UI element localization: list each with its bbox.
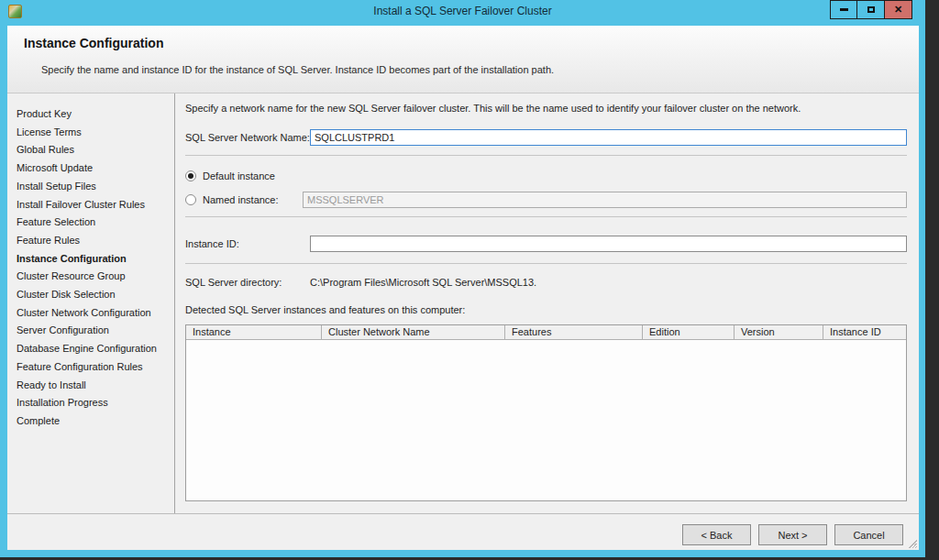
sidebar-item-installation-progress[interactable]: Installation Progress — [7, 394, 174, 412]
named-instance-option: Named instance: — [185, 192, 907, 208]
close-icon: ✕ — [894, 4, 902, 16]
maximize-button[interactable] — [857, 0, 885, 19]
resize-grip[interactable] — [908, 539, 917, 548]
detected-instances-table: Instance Cluster Network Name Features E… — [185, 324, 907, 501]
table-header-row: Instance Cluster Network Name Features E… — [186, 325, 906, 340]
content-pane: Specify a network name for the new SQL S… — [176, 93, 919, 513]
sidebar-item-install-failover-cluster-rules[interactable]: Install Failover Cluster Rules — [7, 196, 174, 214]
page-header: Instance Configuration Specify the name … — [7, 26, 919, 93]
column-header-cluster-network-name[interactable]: Cluster Network Name — [322, 325, 505, 339]
titlebar: Install a SQL Server Failover Cluster ✕ — [0, 0, 925, 26]
installer-window: Install a SQL Server Failover Cluster ✕ … — [0, 0, 925, 557]
sidebar-item-complete[interactable]: Complete — [7, 412, 174, 431]
sidebar-item-feature-configuration-rules[interactable]: Feature Configuration Rules — [7, 358, 174, 377]
steps-sidebar: Product Key License Terms Global Rules M… — [7, 93, 175, 513]
sidebar-item-feature-selection[interactable]: Feature Selection — [7, 214, 174, 232]
desktop: { "window": { "title": "Install a SQL Se… — [0, 0, 939, 560]
sidebar-item-microsoft-update[interactable]: Microsoft Update — [7, 159, 174, 178]
sidebar-item-install-setup-files[interactable]: Install Setup Files — [7, 178, 174, 196]
window-title: Install a SQL Server Failover Cluster — [0, 5, 925, 17]
instance-id-input[interactable] — [310, 236, 907, 252]
separator — [185, 216, 907, 217]
default-instance-label: Default instance — [203, 170, 275, 181]
main-area: Product Key License Terms Global Rules M… — [7, 93, 919, 513]
network-name-row: SQL Server Network Name: — [185, 129, 907, 146]
sidebar-item-license-terms[interactable]: License Terms — [7, 124, 174, 142]
back-button[interactable]: < Back — [682, 524, 751, 545]
default-instance-radio[interactable] — [185, 170, 196, 181]
minimize-button[interactable] — [830, 0, 857, 19]
instance-id-label: Instance ID: — [185, 238, 310, 249]
column-header-instance-id[interactable]: Instance ID — [823, 325, 906, 339]
maximize-icon — [867, 6, 875, 13]
close-button[interactable]: ✕ — [885, 0, 912, 19]
sidebar-item-database-engine-configuration[interactable]: Database Engine Configuration — [7, 340, 174, 358]
cancel-button[interactable]: Cancel — [834, 524, 903, 545]
table-body-empty — [186, 340, 906, 500]
detected-instances-label: Detected SQL Server instances and featur… — [185, 304, 907, 315]
column-header-edition[interactable]: Edition — [643, 325, 735, 339]
network-name-input[interactable] — [310, 129, 907, 146]
separator — [185, 155, 907, 156]
sidebar-item-product-key[interactable]: Product Key — [7, 105, 174, 124]
separator — [185, 263, 907, 264]
window-controls: ✕ — [830, 0, 912, 19]
intro-text: Specify a network name for the new SQL S… — [185, 103, 907, 114]
footer-bar: < Back Next > Cancel — [7, 513, 919, 550]
sidebar-item-global-rules[interactable]: Global Rules — [7, 141, 174, 159]
sidebar-item-cluster-resource-group[interactable]: Cluster Resource Group — [7, 268, 174, 286]
column-header-instance[interactable]: Instance — [186, 325, 322, 339]
sidebar-item-ready-to-install[interactable]: Ready to Install — [7, 377, 174, 395]
instance-id-row: Instance ID: — [185, 236, 907, 252]
next-button[interactable]: Next > — [758, 524, 827, 545]
page-title: Instance Configuration — [24, 36, 163, 50]
sql-directory-value: C:\Program Files\Microsoft SQL Server\MS… — [310, 277, 536, 288]
sidebar-item-instance-configuration[interactable]: Instance Configuration — [7, 250, 174, 269]
sidebar-item-cluster-disk-selection[interactable]: Cluster Disk Selection — [7, 286, 174, 304]
wizard-buttons: < Back Next > Cancel — [682, 524, 903, 545]
column-header-features[interactable]: Features — [505, 325, 643, 339]
named-instance-label: Named instance: — [203, 194, 303, 205]
column-header-version[interactable]: Version — [735, 325, 823, 339]
sidebar-item-cluster-network-configuration[interactable]: Cluster Network Configuration — [7, 304, 174, 323]
named-instance-input — [303, 192, 907, 208]
named-instance-radio[interactable] — [185, 194, 196, 205]
window-body: Instance Configuration Specify the name … — [7, 26, 919, 550]
default-instance-option: Default instance — [185, 170, 907, 181]
sidebar-item-server-configuration[interactable]: Server Configuration — [7, 322, 174, 340]
sql-directory-row: SQL Server directory: C:\Program Files\M… — [185, 277, 907, 288]
sql-directory-label: SQL Server directory: — [185, 277, 310, 288]
page-subtitle: Specify the name and instance ID for the… — [41, 64, 554, 75]
sidebar-item-feature-rules[interactable]: Feature Rules — [7, 232, 174, 250]
minimize-icon — [840, 8, 848, 11]
network-name-label: SQL Server Network Name: — [185, 132, 310, 143]
